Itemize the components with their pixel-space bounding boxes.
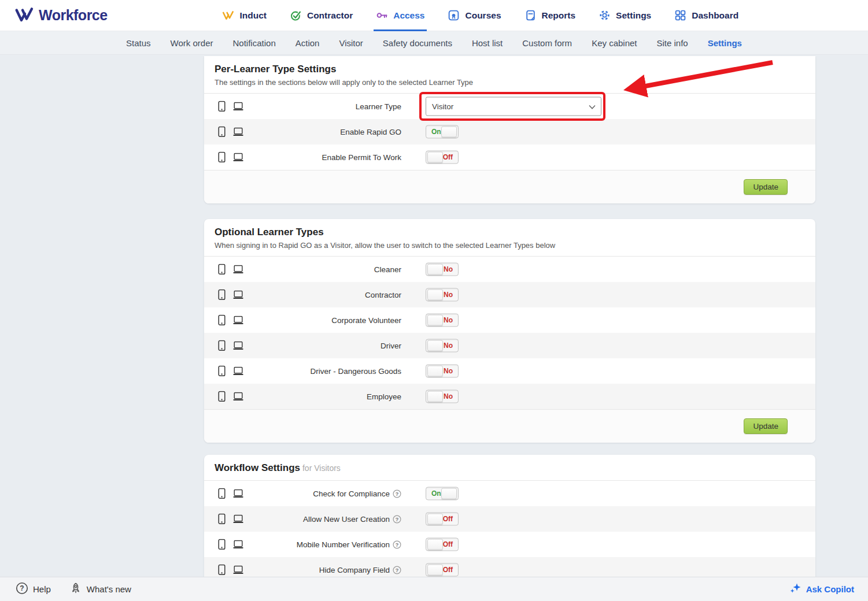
subnav-item-custom-form[interactable]: Custom form bbox=[522, 38, 572, 48]
question-circle-icon: ? bbox=[16, 582, 28, 596]
optional-learner-types-card: Optional Learner Types When signing in t… bbox=[204, 219, 815, 443]
topnav-item-settings[interactable]: Settings bbox=[599, 0, 651, 31]
help-label: Help bbox=[33, 584, 51, 594]
corporate-volunteer-toggle[interactable]: No bbox=[426, 314, 459, 327]
svg-text:?: ? bbox=[396, 541, 399, 547]
question-mark-small-icon[interactable]: ? bbox=[393, 540, 401, 549]
sparkles-icon bbox=[789, 583, 801, 596]
topnav-item-label: Courses bbox=[465, 10, 501, 21]
hide-company-field-toggle[interactable]: Off bbox=[426, 563, 459, 577]
cleaner-toggle[interactable]: No bbox=[426, 263, 459, 276]
row-control: Off bbox=[426, 513, 459, 526]
card-footer: Update bbox=[204, 409, 815, 443]
toggle-state-label: On bbox=[431, 126, 441, 138]
row-control: Visitor bbox=[426, 97, 601, 116]
svg-text:?: ? bbox=[396, 491, 399, 496]
topnav-items: InductContractorAccessCoursesReportsSett… bbox=[222, 0, 738, 31]
toggle-knob[interactable] bbox=[427, 565, 443, 576]
svg-text:?: ? bbox=[20, 584, 24, 592]
toggle-knob[interactable] bbox=[427, 290, 443, 300]
toggle-knob[interactable] bbox=[427, 539, 443, 550]
topnav-item-dashboard[interactable]: Dashboard bbox=[674, 0, 738, 31]
topnav-item-access[interactable]: Access bbox=[376, 0, 424, 31]
row-label: Employee bbox=[204, 384, 401, 409]
toggle-knob[interactable] bbox=[427, 315, 443, 326]
toggle-state-label: No bbox=[444, 289, 453, 301]
toggle-knob[interactable] bbox=[441, 127, 457, 138]
question-mark-small-icon[interactable]: ? bbox=[393, 489, 401, 498]
settings-row-allow-new-user-creation: Allow New User Creation?Off bbox=[204, 506, 815, 532]
driver-dangerous-goods-toggle[interactable]: No bbox=[426, 365, 459, 378]
toggle-knob[interactable] bbox=[427, 366, 443, 377]
toggle-knob[interactable] bbox=[427, 264, 443, 275]
driver-toggle[interactable]: No bbox=[426, 339, 459, 353]
key-icon bbox=[376, 9, 388, 21]
topnav-item-label: Settings bbox=[616, 10, 651, 21]
grid-icon bbox=[674, 9, 686, 21]
subnav-item-notification[interactable]: Notification bbox=[233, 38, 276, 48]
learner-type-select[interactable]: Visitor bbox=[426, 97, 601, 116]
toggle-knob[interactable] bbox=[441, 488, 457, 499]
card-subtitle: The settings in the sections below will … bbox=[215, 78, 805, 87]
contractor-toggle[interactable]: No bbox=[426, 288, 459, 302]
subnav-item-host-list[interactable]: Host list bbox=[472, 38, 503, 48]
induct-check-icon bbox=[222, 10, 234, 21]
toggle-knob[interactable] bbox=[427, 391, 443, 402]
toggle-state-label: On bbox=[431, 488, 441, 500]
whats-new-button[interactable]: What's new bbox=[69, 582, 131, 596]
row-control: No bbox=[426, 365, 459, 378]
subnav-item-action[interactable]: Action bbox=[296, 38, 320, 48]
workforce-logo-icon bbox=[14, 6, 34, 25]
question-mark-small-icon[interactable]: ? bbox=[393, 566, 401, 574]
toggle-state-label: Off bbox=[443, 539, 453, 551]
subnav-item-safety-documents[interactable]: Safety documents bbox=[383, 38, 452, 48]
row-label: Driver - Dangerous Goods bbox=[204, 358, 401, 384]
subnav-item-status[interactable]: Status bbox=[126, 38, 151, 48]
certificate-icon bbox=[448, 9, 460, 21]
mobile-number-verification-toggle[interactable]: Off bbox=[426, 538, 459, 551]
report-doc-icon bbox=[525, 9, 537, 21]
settings-row-driver-dangerous-goods: Driver - Dangerous GoodsNo bbox=[204, 358, 815, 384]
help-button[interactable]: ? Help bbox=[16, 582, 51, 596]
subnav-item-work-order[interactable]: Work order bbox=[171, 38, 213, 48]
topnav-item-reports[interactable]: Reports bbox=[525, 0, 576, 31]
topnav-item-courses[interactable]: Courses bbox=[448, 0, 501, 31]
subnav-item-site-info[interactable]: Site info bbox=[657, 38, 688, 48]
check-for-compliance-toggle[interactable]: On bbox=[426, 487, 459, 500]
subnav-item-visitor[interactable]: Visitor bbox=[339, 38, 363, 48]
settings-row-employee: EmployeeNo bbox=[204, 384, 815, 409]
toggle-knob[interactable] bbox=[427, 340, 443, 351]
employee-toggle[interactable]: No bbox=[426, 390, 459, 403]
toggle-knob[interactable] bbox=[427, 152, 443, 163]
settings-row-hide-company-field: Hide Company Field?Off bbox=[204, 557, 815, 577]
topnav-item-label: Induct bbox=[239, 10, 267, 21]
select-value: Visitor bbox=[432, 102, 453, 111]
row-label: Corporate Volunteer bbox=[204, 307, 401, 333]
ask-copilot-button[interactable]: Ask Copilot bbox=[789, 583, 854, 596]
question-mark-small-icon[interactable]: ? bbox=[393, 515, 401, 524]
card-header: Per-Learner Type Settings The settings i… bbox=[204, 56, 815, 94]
sub-navigation-bar: StatusWork orderNotificationActionVisito… bbox=[0, 31, 868, 55]
row-label: Enable Rapid GO bbox=[204, 119, 401, 144]
enable-rapid-go-toggle[interactable]: On bbox=[426, 125, 459, 139]
toggle-state-label: Off bbox=[443, 564, 453, 576]
topnav-item-label: Contractor bbox=[307, 10, 353, 21]
row-label: Driver bbox=[204, 333, 401, 358]
topnav-item-induct[interactable]: Induct bbox=[222, 0, 267, 31]
update-button[interactable]: Update bbox=[744, 418, 788, 434]
subnav-item-key-cabinet[interactable]: Key cabinet bbox=[592, 38, 637, 48]
allow-new-user-creation-toggle[interactable]: Off bbox=[426, 513, 459, 526]
row-label: Check for Compliance? bbox=[204, 481, 401, 506]
row-control: No bbox=[426, 339, 459, 353]
toggle-state-label: No bbox=[444, 264, 453, 276]
subnav-item-settings[interactable]: Settings bbox=[708, 38, 742, 48]
enable-permit-to-work-toggle[interactable]: Off bbox=[426, 151, 459, 164]
workforce-logo[interactable]: Workforce bbox=[14, 6, 108, 25]
topnav-item-label: Reports bbox=[542, 10, 576, 21]
settings-row-enable-rapid-go: Enable Rapid GOOn bbox=[204, 119, 815, 144]
update-button[interactable]: Update bbox=[744, 179, 788, 195]
row-control: No bbox=[426, 314, 459, 327]
rocket-icon bbox=[69, 582, 82, 596]
toggle-knob[interactable] bbox=[427, 514, 443, 525]
topnav-item-contractor[interactable]: Contractor bbox=[290, 0, 353, 31]
